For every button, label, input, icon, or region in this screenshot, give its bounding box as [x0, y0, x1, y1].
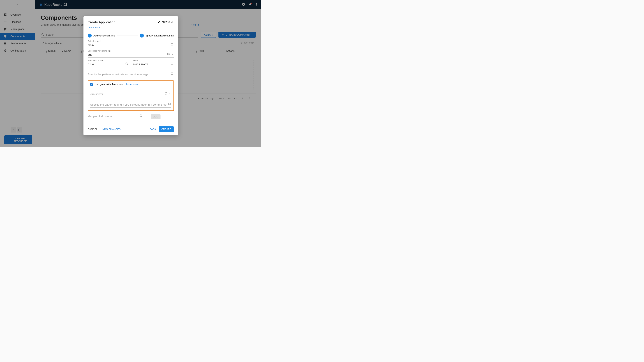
svg-text:i: i — [172, 73, 172, 74]
info-icon[interactable]: i — [170, 43, 173, 46]
commit-pattern-input[interactable] — [88, 72, 174, 77]
mapping-row: i ADD — [88, 114, 174, 119]
info-icon[interactable]: i — [170, 72, 173, 76]
jira-integration-section: Integrate with Jira server Learn more. i… — [88, 80, 174, 111]
jira-server-select[interactable] — [90, 92, 171, 97]
step-2[interactable]: 2 Specify advanced settings — [140, 33, 174, 37]
modal-actions: CANCEL UNDO CHANGES BACK CREATE — [88, 126, 174, 132]
default-branch-input[interactable] — [88, 43, 174, 48]
check-icon — [88, 33, 92, 37]
info-icon[interactable]: i — [126, 62, 128, 66]
cancel-button[interactable]: CANCEL — [88, 128, 98, 131]
jira-learn-more-link[interactable]: Learn more. — [126, 83, 139, 85]
back-button[interactable]: BACK — [150, 126, 156, 132]
svg-text:i: i — [166, 92, 166, 94]
undo-changes-button[interactable]: UNDO CHANGES — [101, 128, 120, 131]
chevron-down-icon[interactable] — [169, 92, 171, 95]
svg-text:i: i — [169, 103, 170, 105]
add-mapping-button[interactable]: ADD — [151, 114, 160, 119]
edit-yaml-button[interactable]: EDIT YAML — [157, 21, 174, 23]
default-branch-field[interactable]: Default branch i — [88, 40, 174, 48]
svg-text:i: i — [172, 43, 172, 45]
modal-title: Create Application — [88, 20, 115, 24]
info-icon[interactable]: i — [140, 114, 142, 118]
jira-checkbox-label: Integrate with Jira server — [96, 83, 123, 86]
jira-checkbox[interactable] — [90, 83, 93, 86]
jira-pattern-input[interactable] — [90, 102, 171, 108]
info-icon[interactable]: i — [167, 53, 170, 56]
svg-text:i: i — [168, 53, 169, 55]
versioning-type-field[interactable]: Codebase versioning type i — [88, 50, 174, 58]
jira-server-field[interactable]: i — [90, 92, 171, 97]
modal-learn-more-link[interactable]: Learn more. — [88, 26, 101, 29]
info-icon[interactable]: i — [164, 92, 167, 95]
step-number: 2 — [140, 33, 144, 37]
check-icon — [90, 83, 93, 85]
info-icon[interactable]: i — [170, 62, 173, 66]
mapping-select[interactable] — [88, 114, 146, 119]
commit-pattern-field[interactable]: i — [88, 72, 174, 77]
start-version-field[interactable]: Start version from i — [88, 59, 128, 67]
jira-pattern-field[interactable]: i — [90, 102, 171, 108]
chevron-down-icon[interactable] — [144, 115, 146, 118]
pencil-icon — [157, 21, 160, 23]
svg-text:i: i — [127, 63, 127, 65]
create-button[interactable]: CREATE — [158, 126, 174, 132]
chevron-down-icon[interactable] — [171, 53, 173, 56]
suffix-input[interactable] — [133, 62, 174, 67]
mapping-field[interactable]: i — [88, 114, 146, 119]
create-application-modal: Create Application Learn more. EDIT YAML… — [83, 16, 178, 135]
info-icon[interactable]: i — [168, 102, 171, 106]
suffix-field[interactable]: Suffix i — [133, 59, 174, 67]
versioning-type-select[interactable] — [88, 52, 174, 58]
svg-text:i: i — [172, 63, 172, 65]
start-version-input[interactable] — [88, 62, 128, 67]
svg-text:i: i — [141, 115, 141, 116]
stepper: Add component info 2 Specify advanced se… — [88, 33, 174, 37]
step-1[interactable]: Add component info — [88, 33, 115, 37]
